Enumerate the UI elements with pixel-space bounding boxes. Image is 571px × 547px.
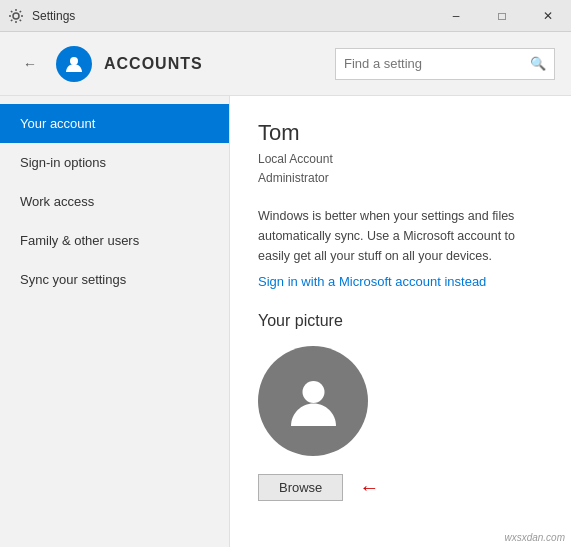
avatar-icon xyxy=(286,374,341,429)
microsoft-account-link[interactable]: Sign in with a Microsoft account instead xyxy=(258,274,486,289)
sync-info-text: Windows is better when your settings and… xyxy=(258,206,543,266)
sidebar-item-work-access[interactable]: Work access xyxy=(0,182,229,221)
minimize-button[interactable]: – xyxy=(433,0,479,32)
svg-point-0 xyxy=(13,13,19,19)
svg-point-2 xyxy=(302,381,324,403)
browse-button[interactable]: Browse xyxy=(258,474,343,501)
close-button[interactable]: ✕ xyxy=(525,0,571,32)
titlebar-title: Settings xyxy=(32,9,75,23)
back-button[interactable]: ← xyxy=(16,50,44,78)
sidebar-item-sync-settings[interactable]: Sync your settings xyxy=(0,260,229,299)
titlebar-controls: – □ ✕ xyxy=(433,0,571,31)
content-area: Your account Sign-in options Work access… xyxy=(0,96,571,547)
browse-row: Browse ← xyxy=(258,474,543,501)
sidebar-item-sign-in-options[interactable]: Sign-in options xyxy=(0,143,229,182)
sidebar: Your account Sign-in options Work access… xyxy=(0,96,230,547)
header-row: ← ACCOUNTS 🔍 xyxy=(0,32,571,96)
main-content: Tom Local Account Administrator Windows … xyxy=(230,96,571,547)
svg-point-1 xyxy=(70,57,78,65)
arrow-indicator: ← xyxy=(359,476,379,499)
search-icon-button[interactable]: 🔍 xyxy=(530,56,546,71)
search-input[interactable] xyxy=(344,56,530,71)
titlebar-left: Settings xyxy=(8,8,75,24)
titlebar: Settings – □ ✕ xyxy=(0,0,571,32)
accounts-icon-circle xyxy=(56,46,92,82)
watermark: wxsxdan.com xyxy=(504,532,565,543)
avatar-circle xyxy=(258,346,368,456)
user-sub-line1: Local Account xyxy=(258,150,543,169)
header-title: ACCOUNTS xyxy=(104,55,203,73)
picture-section-title: Your picture xyxy=(258,312,543,330)
settings-app-icon xyxy=(8,8,24,24)
app-container: ← ACCOUNTS 🔍 Your account Sign-in option… xyxy=(0,32,571,547)
user-name: Tom xyxy=(258,120,543,146)
sidebar-item-family-other-users[interactable]: Family & other users xyxy=(0,221,229,260)
maximize-button[interactable]: □ xyxy=(479,0,525,32)
user-sub-line2: Administrator xyxy=(258,169,543,188)
sidebar-item-your-account[interactable]: Your account xyxy=(0,104,229,143)
search-box: 🔍 xyxy=(335,48,555,80)
